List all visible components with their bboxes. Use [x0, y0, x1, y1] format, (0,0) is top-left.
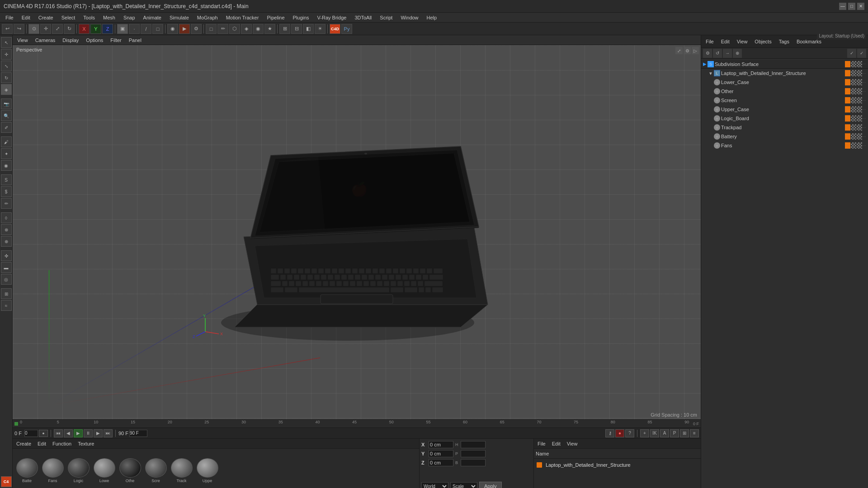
pencil-button[interactable]: ✏ [217, 24, 228, 34]
camera-nav-tool[interactable]: 📷 [1, 99, 12, 109]
move-tool[interactable]: ✛ [1, 49, 12, 60]
tweak-tool[interactable]: ✐ [1, 122, 12, 133]
obj-view-tab[interactable]: View [735, 38, 750, 45]
texture-axis-tool[interactable]: ⊞ [1, 288, 12, 299]
timeline-P-button[interactable]: P [670, 429, 679, 437]
y-axis-button[interactable]: Y [90, 24, 101, 34]
effectors-button[interactable]: ◉ [253, 24, 264, 34]
obj-check-1[interactable]: ✓ [847, 49, 856, 58]
maximize-button[interactable]: □ [848, 3, 855, 10]
play-button[interactable]: ▶ [74, 429, 83, 437]
obj-icon-1[interactable]: ⚙ [703, 49, 712, 58]
close-button[interactable]: ✕ [857, 3, 864, 10]
sketch-tool[interactable]: ✏ [1, 198, 12, 209]
vp-filter[interactable]: Filter [108, 37, 124, 44]
logic-board-item[interactable]: ○ Logic_Board ⋯ [701, 114, 868, 123]
vp-display[interactable]: Display [60, 37, 81, 44]
fans-item[interactable]: ○ Fans ⋯ [701, 141, 868, 150]
viewport[interactable]: Perspective ⤢ ⚙ ▷ Grid Spacing : 10 cm [13, 45, 701, 419]
obj-objects-tab[interactable]: Objects [753, 38, 773, 45]
viewport-settings-btn[interactable]: ⚙ [684, 47, 691, 54]
menu-mesh[interactable]: Mesh [99, 14, 119, 21]
laptop-root-item[interactable]: ▼ L Laptop_with_Detailed_Inner_Structure… [701, 69, 868, 78]
select-all-button[interactable]: ⬡ [229, 24, 240, 34]
timeline-extra-button[interactable]: ≡ [690, 429, 699, 437]
cube-button[interactable]: □ [206, 24, 217, 34]
menu-animate[interactable]: Animate [140, 14, 165, 21]
goto-end-button[interactable]: ⏭ [104, 429, 113, 437]
battery-item[interactable]: ○ Battery ⋯ [701, 132, 868, 141]
motion-record-button[interactable]: ? [625, 429, 634, 437]
scale-dropdown[interactable]: Scale Size [450, 482, 477, 488]
world-dropdown[interactable]: World Object [421, 482, 448, 488]
edges-mode-button[interactable]: / [141, 24, 151, 34]
light2-button[interactable]: ☀ [315, 24, 326, 34]
vp-cameras[interactable]: Cameras [33, 37, 58, 44]
obj-edit-tab[interactable]: Edit [719, 38, 731, 45]
pos-y-field[interactable] [429, 450, 453, 457]
viewport-render-btn[interactable]: ▷ [692, 47, 699, 54]
menu-pipeline[interactable]: Pipeline [263, 14, 288, 21]
menu-script[interactable]: Script [376, 14, 396, 21]
pos-z-field[interactable] [429, 459, 453, 466]
attr-edit-tab[interactable]: Edit [550, 440, 562, 447]
vp-options[interactable]: Options [83, 37, 106, 44]
lights-button[interactable]: ★ [264, 24, 275, 34]
other-item[interactable]: ○ Other ⋯ [701, 87, 868, 96]
lower-case-item[interactable]: ○ Lower_Case ⋯ [701, 78, 868, 87]
apply-button[interactable]: Apply [479, 482, 502, 488]
camera-button[interactable]: ◧ [303, 24, 314, 34]
mat-texture[interactable]: Texture [76, 440, 96, 447]
floor-button[interactable]: ⊟ [291, 24, 302, 34]
menu-motion-tracker[interactable]: Motion Tracker [222, 14, 263, 21]
scale-tool[interactable]: ⤡ [1, 61, 12, 71]
rotate-tool[interactable]: ↻ [1, 72, 12, 83]
next-frame-button[interactable]: ▶ [94, 429, 103, 437]
menu-simulate[interactable]: Simulate [166, 14, 193, 21]
morph-tool[interactable]: ◊ [1, 212, 12, 223]
z-axis-button[interactable]: Z [102, 24, 113, 34]
rot-h-field[interactable] [461, 441, 486, 448]
deform-button[interactable]: ◈ [241, 24, 252, 34]
obj-tags-tab[interactable]: Tags [777, 38, 791, 45]
scale-button[interactable]: ⤢ [52, 24, 63, 34]
pointer-tool[interactable]: ↖ [1, 37, 12, 48]
inflate-tool[interactable]: ◎ [1, 274, 12, 285]
material-screen[interactable]: Scre [143, 458, 168, 483]
screen-item[interactable]: ○ Screen ⋯ [701, 96, 868, 105]
hair-tool[interactable]: ≈ [1, 300, 12, 311]
obj-icon-3[interactable]: → [723, 49, 732, 58]
timeline-ruler[interactable]: 0 5 10 15 20 25 30 35 40 45 50 55 60 65 … [13, 419, 701, 427]
python-button[interactable]: Py [341, 24, 352, 34]
menu-edit[interactable]: Edit [18, 14, 34, 21]
polys-mode-button[interactable]: □ [152, 24, 163, 34]
rot-p-field[interactable] [461, 450, 486, 457]
end-frame-input[interactable] [129, 430, 147, 437]
mat-function[interactable]: Function [51, 440, 73, 447]
zoom-tool[interactable]: 🔍 [1, 110, 12, 121]
move-button[interactable]: ✛ [40, 24, 51, 34]
vp-panel[interactable]: Panel [126, 37, 144, 44]
attr-view-tab[interactable]: View [565, 440, 580, 447]
x-axis-button[interactable]: X [79, 24, 90, 34]
timeline-abs-button[interactable]: A [660, 429, 669, 437]
mat-create[interactable]: Create [14, 440, 33, 447]
minimize-button[interactable]: — [839, 3, 846, 10]
pause-button[interactable]: ⏸ [84, 429, 93, 437]
menu-plugins[interactable]: Plugins [289, 14, 313, 21]
record-button[interactable]: ● [39, 430, 48, 437]
bind-tool[interactable]: ⊗ [1, 224, 12, 235]
subdivision-surface-header[interactable]: ▶ S Subdivision Surface ⋯ [701, 60, 868, 69]
points-mode-button[interactable]: · [129, 24, 140, 34]
pos-x-field[interactable] [429, 441, 453, 448]
menu-select[interactable]: Select [58, 14, 79, 21]
spline2-tool[interactable]: $ [1, 186, 12, 197]
material-fans[interactable]: Fans [40, 458, 65, 483]
rotate-button[interactable]: ↻ [64, 24, 75, 34]
mat-edit[interactable]: Edit [36, 440, 48, 447]
menu-3dtoall[interactable]: 3DToAll [351, 14, 375, 21]
render-view-button[interactable]: ◉ [167, 24, 178, 34]
material-logic[interactable]: Logic [66, 458, 91, 483]
live-select-button[interactable]: ⊙ [28, 24, 39, 34]
render-button[interactable]: ▶ [179, 24, 190, 34]
